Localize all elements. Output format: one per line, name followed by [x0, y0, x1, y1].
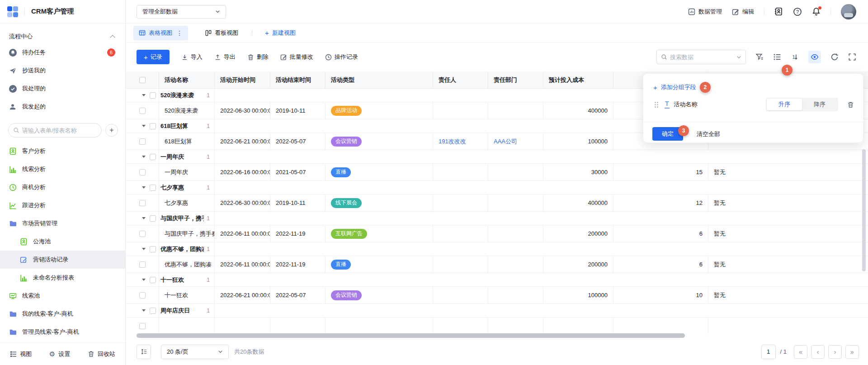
- sidebar-item-unnamed-analysis-report[interactable]: 未命名分析报表: [0, 269, 125, 287]
- sidebar-item-started-by-me[interactable]: 我发起的: [0, 98, 125, 116]
- contacts-book-button[interactable]: [774, 7, 783, 16]
- last-page-button[interactable]: »: [845, 345, 859, 359]
- filter-button[interactable]: [755, 53, 764, 61]
- vertical-scrollbar[interactable]: [862, 149, 866, 271]
- group-checkbox[interactable]: [150, 154, 156, 160]
- row-checkbox[interactable]: [139, 261, 146, 268]
- group-count: 1: [207, 154, 210, 160]
- sidebar-item-marketing-management[interactable]: 市场营销管理: [0, 214, 125, 232]
- row-checkbox[interactable]: [139, 108, 146, 114]
- sidebar-item-public-pool[interactable]: 公海池: [0, 232, 125, 251]
- first-page-button[interactable]: «: [794, 345, 807, 359]
- sidebar-item-opportunity-analysis[interactable]: 商机分析: [0, 178, 125, 196]
- sidebar-item-lead-pool[interactable]: 线索池: [0, 287, 125, 305]
- user-avatar[interactable]: [841, 4, 856, 19]
- row-checkbox[interactable]: [139, 200, 146, 206]
- sidebar-item-label: 我处理的: [22, 85, 125, 93]
- owner-link[interactable]: 191改改改: [439, 137, 466, 146]
- descending-option[interactable]: 降序: [802, 99, 837, 110]
- drag-handle-icon[interactable]: [655, 102, 658, 108]
- collapse-triangle-icon[interactable]: [142, 125, 146, 127]
- tab-kanban-view[interactable]: 看板视图: [205, 29, 238, 37]
- column-header[interactable]: 预计投入成本: [543, 71, 613, 88]
- footer-settings-button[interactable]: ⚙ 设置: [49, 350, 70, 358]
- help-button[interactable]: ?: [793, 7, 802, 16]
- column-header[interactable]: 活动类型: [326, 71, 433, 88]
- column-header[interactable]: 活动结束时间: [270, 71, 326, 88]
- row-checkbox[interactable]: [139, 231, 146, 237]
- add-record-button[interactable]: + 记录: [137, 50, 170, 64]
- group-checkbox[interactable]: [150, 308, 156, 314]
- sidebar-section-process[interactable]: 流程中心: [0, 30, 125, 43]
- tab-menu-dots-icon[interactable]: ⋮: [176, 29, 183, 37]
- export-button[interactable]: 导出: [214, 53, 236, 61]
- group-checkbox[interactable]: [150, 215, 156, 222]
- row-checkbox[interactable]: [139, 323, 146, 329]
- fullscreen-button[interactable]: [848, 53, 856, 61]
- history-button[interactable]: 操作记录: [325, 53, 358, 61]
- collapse-triangle-icon[interactable]: [142, 94, 146, 96]
- import-button[interactable]: 导入: [181, 53, 203, 61]
- data-scope-select[interactable]: 管理全部数据: [137, 5, 226, 19]
- department-link[interactable]: AAA公司: [494, 137, 517, 146]
- sidebar-search-input[interactable]: [22, 127, 97, 134]
- row-checkbox[interactable]: [139, 169, 146, 175]
- column-header[interactable]: 责任人: [433, 71, 488, 88]
- group-checkbox[interactable]: [150, 123, 156, 129]
- group-checkbox[interactable]: [150, 246, 156, 252]
- footer-recycle-bin-button[interactable]: 回收站: [88, 350, 115, 358]
- row-height-button[interactable]: [137, 345, 151, 359]
- collapse-triangle-icon[interactable]: [142, 186, 146, 189]
- collapse-triangle-icon[interactable]: [142, 248, 146, 250]
- group-checkbox[interactable]: [150, 92, 156, 99]
- batch-edit-button[interactable]: 批量修改: [280, 53, 313, 61]
- collapse-triangle-icon[interactable]: [142, 156, 146, 158]
- sidebar-item-followup-analysis[interactable]: 跟进分析: [0, 196, 125, 214]
- table-search[interactable]: [656, 50, 746, 64]
- column-header[interactable]: 活动开始时间: [215, 71, 270, 88]
- column-header[interactable]: 责任部门: [488, 71, 543, 88]
- prev-page-button[interactable]: ‹: [811, 345, 825, 359]
- sidebar-item-my-leads-customers[interactable]: 我的线索-客户-商机: [0, 305, 125, 323]
- new-view-button[interactable]: + 新建视图: [265, 29, 296, 37]
- data-manage-button[interactable]: 数据管理: [688, 8, 722, 16]
- group-button[interactable]: [773, 53, 781, 61]
- sidebar-item-handled-by-me[interactable]: 我处理的: [0, 80, 125, 98]
- table-search-input[interactable]: [670, 54, 734, 61]
- delete-button[interactable]: 删除: [247, 53, 269, 61]
- add-form-button[interactable]: +: [105, 124, 118, 137]
- footer-views-button[interactable]: 视图: [10, 350, 32, 358]
- sidebar-search[interactable]: [8, 123, 102, 137]
- activity-name-cell: 一周年庆: [159, 164, 215, 180]
- clear-all-button[interactable]: 清空全部: [697, 130, 720, 138]
- row-checkbox[interactable]: [139, 292, 146, 299]
- visible-fields-button[interactable]: [808, 51, 821, 63]
- sidebar-item-lead-analysis[interactable]: 线索分析: [0, 160, 125, 178]
- delete-label: 删除: [257, 53, 269, 61]
- collapse-triangle-icon[interactable]: [142, 309, 146, 312]
- sidebar-item-customer-analysis[interactable]: 客户分析: [0, 142, 125, 160]
- group-checkbox[interactable]: [150, 277, 156, 283]
- sidebar-item-todo-tasks[interactable]: 待办任务 6: [0, 43, 125, 62]
- ascending-option[interactable]: 升序: [767, 99, 802, 110]
- sidebar-item-marketing-activity-records[interactable]: 营销活动记录: [0, 251, 125, 269]
- sidebar-item-cc-to-me[interactable]: 抄送我的: [0, 62, 125, 80]
- notifications-button[interactable]: [812, 7, 821, 16]
- page-size-select[interactable]: 20 条/页: [161, 345, 229, 359]
- row-checkbox[interactable]: [139, 138, 146, 145]
- horizontal-scrollbar[interactable]: [137, 333, 685, 338]
- sort-button[interactable]: 1: [791, 53, 799, 61]
- next-page-button[interactable]: ›: [828, 345, 842, 359]
- edit-button[interactable]: 编辑: [732, 8, 754, 16]
- column-header[interactable]: 活动名称: [159, 71, 215, 88]
- collapse-triangle-icon[interactable]: [142, 279, 146, 281]
- page-number-input[interactable]: [761, 345, 776, 359]
- sidebar-item-admin-leads-customers[interactable]: 管理员线索-客户-商机: [0, 323, 125, 341]
- collapse-triangle-icon[interactable]: [142, 217, 146, 219]
- remove-field-button[interactable]: [847, 101, 854, 108]
- tab-table-view[interactable]: 表格视图 ⋮: [133, 26, 188, 40]
- select-all-checkbox[interactable]: [139, 77, 146, 83]
- add-group-field-button[interactable]: + 添加分组字段 2: [653, 82, 711, 93]
- group-checkbox[interactable]: [150, 185, 156, 191]
- refresh-button[interactable]: [830, 53, 839, 61]
